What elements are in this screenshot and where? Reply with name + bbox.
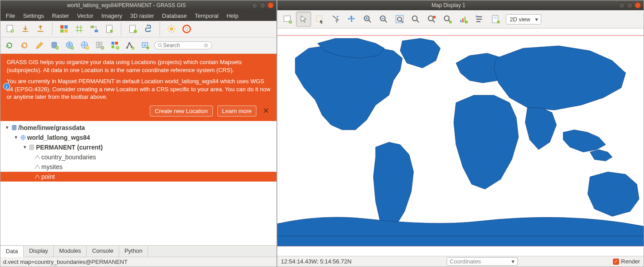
save-display-icon[interactable] <box>488 12 503 27</box>
render-checkbox[interactable]: ✓ <box>613 259 619 265</box>
globe-icon <box>19 134 27 141</box>
svg-point-14 <box>170 27 173 30</box>
tree-mapset[interactable]: ▼ PERMANENT (current) <box>0 142 276 152</box>
edit-pencil-icon[interactable] <box>32 38 47 53</box>
map-display-window: Map Display 1 A 2D view <box>277 0 644 267</box>
svg-rect-6 <box>91 26 94 28</box>
info-icon: i <box>3 83 10 90</box>
maximize-button[interactable] <box>260 2 266 8</box>
tree-layer-2-label: point <box>41 173 55 180</box>
search-box[interactable] <box>154 41 212 49</box>
globe-add-icon[interactable] <box>63 38 77 53</box>
tree-layer-1[interactable]: mysites <box>0 162 276 172</box>
dismiss-info-icon[interactable]: ✕ <box>261 105 271 116</box>
vector-add-icon[interactable] <box>123 38 137 53</box>
learn-more-button[interactable]: Learn more <box>217 105 256 117</box>
tab-python[interactable]: Python <box>119 246 148 257</box>
globe-download-icon[interactable] <box>78 38 92 53</box>
tab-modules[interactable]: Modules <box>54 246 87 257</box>
new-display-icon[interactable] <box>3 22 17 36</box>
tab-console[interactable]: Console <box>87 246 119 257</box>
svg-point-62 <box>497 20 500 23</box>
tree-layer-2[interactable]: point <box>0 172 276 182</box>
select-icon[interactable] <box>312 12 327 27</box>
pointer-icon[interactable] <box>296 12 311 27</box>
menu-temporal[interactable]: Temporal <box>191 12 222 20</box>
database-icon <box>10 124 18 131</box>
tab-display[interactable]: Display <box>24 246 54 257</box>
import-icon[interactable] <box>18 22 32 36</box>
status-bar: d.vect map=country_boundaries@PERMANENT <box>0 257 276 267</box>
settings-gear-icon[interactable] <box>164 22 179 36</box>
titlebar-right[interactable]: Map Display 1 <box>277 0 644 10</box>
menu-imagery[interactable]: Imagery <box>98 12 126 20</box>
main-toolbar <box>0 21 276 37</box>
svg-rect-61 <box>493 17 496 19</box>
zoom-region-icon[interactable] <box>424 12 439 27</box>
composer-icon[interactable] <box>102 22 116 36</box>
svg-rect-27 <box>115 42 118 44</box>
zoom-saved-icon[interactable] <box>440 12 455 27</box>
import-layer-icon[interactable] <box>138 38 152 53</box>
svg-point-53 <box>444 16 449 21</box>
svg-rect-4 <box>60 29 64 32</box>
svg-point-35 <box>146 46 149 49</box>
pan-icon[interactable] <box>344 12 359 27</box>
svg-rect-26 <box>112 42 114 44</box>
menu-raster[interactable]: Raster <box>48 12 72 20</box>
clear-search-icon[interactable] <box>203 42 209 49</box>
close-button[interactable] <box>268 2 274 8</box>
render-toggle[interactable]: ✓ Render <box>613 258 640 265</box>
overlay-icon[interactable]: A <box>472 12 487 27</box>
menu-help[interactable]: Help <box>223 12 242 20</box>
data-tree[interactable]: ▼ /home/linwe/grassdata ▼ world_latlong_… <box>0 121 276 245</box>
zoom-layer-icon[interactable] <box>408 12 423 27</box>
python-icon[interactable] <box>141 22 155 36</box>
reload-orange-icon[interactable] <box>17 38 32 53</box>
analyze-icon[interactable] <box>456 12 471 27</box>
maximize-button[interactable] <box>627 2 633 8</box>
search-input[interactable] <box>163 42 203 49</box>
status-text: d.vect map=country_boundaries@PERMANENT <box>3 259 128 265</box>
modeler-icon[interactable] <box>87 22 101 36</box>
render-map-icon[interactable] <box>280 12 295 27</box>
raster-add-icon[interactable] <box>108 38 122 53</box>
info-panel: GRASS GIS helps you organize your data u… <box>0 54 276 121</box>
svg-rect-3 <box>64 25 68 28</box>
tab-data[interactable]: Data <box>0 246 24 257</box>
menu-database[interactable]: Database <box>159 12 191 20</box>
tree-location[interactable]: ▼ world_latlong_wgs84 <box>0 133 276 142</box>
zoom-in-icon[interactable] <box>360 12 375 27</box>
titlebar-left[interactable]: world_latlong_wgs84/PERMANENT - GRASS GI… <box>0 0 276 10</box>
menu-vector[interactable]: Vector <box>73 12 97 20</box>
query-icon[interactable] <box>328 12 343 27</box>
database-add-icon[interactable] <box>48 38 62 53</box>
svg-point-11 <box>134 30 137 33</box>
export-icon[interactable] <box>33 22 48 36</box>
menu-3draster[interactable]: 3D raster <box>127 12 157 20</box>
map-canvas[interactable] <box>277 28 644 256</box>
create-location-button[interactable]: Create new Location <box>150 105 212 117</box>
menu-settings[interactable]: Settings <box>20 12 48 20</box>
reload-green-icon[interactable] <box>2 38 16 53</box>
mapset-add-icon[interactable] <box>93 38 107 53</box>
view-mode-select[interactable]: 2D view <box>506 14 541 24</box>
minimize-button[interactable] <box>252 2 258 8</box>
status-mode-select[interactable]: Coordinates <box>447 257 518 266</box>
zoom-extent-icon[interactable] <box>392 12 407 27</box>
svg-rect-52 <box>433 16 436 19</box>
raster-calc-icon[interactable] <box>57 22 71 36</box>
close-button[interactable] <box>635 2 641 8</box>
bottom-tabs: Data Display Modules Console Python <box>0 245 276 257</box>
georectify-icon[interactable] <box>72 22 86 36</box>
svg-point-45 <box>337 16 339 18</box>
svg-rect-56 <box>462 18 464 22</box>
zoom-out-icon[interactable] <box>376 12 391 27</box>
tree-layer-0[interactable]: country_boundaries <box>0 152 276 162</box>
help-icon[interactable] <box>180 22 194 36</box>
tree-root[interactable]: ▼ /home/linwe/grassdata <box>0 123 276 133</box>
vector-layer-icon <box>33 173 41 180</box>
menu-file[interactable]: File <box>2 12 19 20</box>
minimize-button[interactable] <box>619 2 625 8</box>
script-icon[interactable] <box>126 22 140 36</box>
